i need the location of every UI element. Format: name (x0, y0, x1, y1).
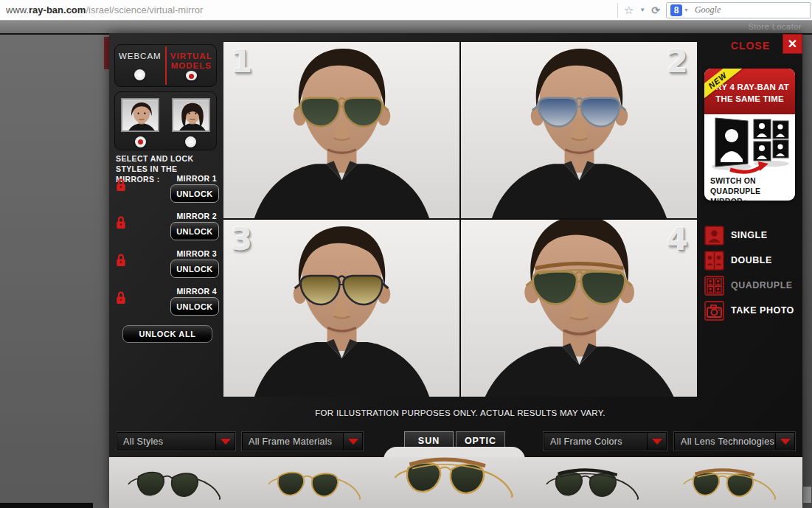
page-bottom-bar (0, 503, 93, 508)
promo-footer-text: SWITCH ON QUADRUPLE MIRROR (710, 176, 760, 201)
dimmed-page-left (0, 33, 109, 508)
disclaimer-text: FOR ILLUSTRATION PURPOSES ONLY. ACTUAL R… (223, 408, 697, 417)
carousel-item[interactable] (122, 464, 232, 503)
quadruple-promo-card[interactable]: TRY 4 RAY-BAN AT THE SAME TIME NEW (704, 69, 795, 201)
lens-technologies-dropdown-value: All Lens Technologies (675, 436, 775, 447)
frame-colors-dropdown[interactable]: All Frame Colors (544, 432, 667, 450)
url-domain: ray-ban.com (29, 4, 86, 15)
mirror-2-unlock-button[interactable]: UNLOCK (170, 222, 219, 240)
mirror-number: 4 (667, 221, 688, 257)
quadruple-view-button[interactable]: QUADRUPLE (704, 275, 793, 296)
url-prefix: www. (6, 4, 29, 15)
female-model-option[interactable] (172, 98, 210, 147)
model-selector-box (114, 91, 217, 150)
model-face-mirror-4 (461, 220, 697, 397)
promo-footer: SWITCH ON QUADRUPLE MIRROR ▸ (704, 175, 795, 201)
reload-icon[interactable]: ⟳ (651, 4, 660, 16)
mirror-3-label: MIRROR 3 (176, 249, 217, 258)
search-engine-dropdown-icon[interactable]: ▼ (684, 7, 689, 13)
source-tab-box: WEBCAM VIRTUAL MODELS (114, 44, 217, 87)
scrollbar-thumb[interactable] (803, 487, 811, 503)
single-mirror-icon (704, 226, 724, 246)
mirror-2-lock-row: MIRROR 2 UNLOCK (114, 212, 219, 247)
mirror-1-unlock-button[interactable]: UNLOCK (170, 184, 219, 203)
mirror-4-lock-row: MIRROR 4 UNLOCK (114, 287, 219, 322)
take-photo-label: TAKE PHOTO (731, 305, 794, 316)
virtual-models-tab-label: VIRTUAL MODELS (168, 52, 214, 71)
single-view-button[interactable]: SINGLE (704, 225, 768, 246)
webcam-tab-label: WEBCAM (119, 52, 162, 61)
google-icon: 8 (670, 4, 682, 16)
padlock-icon (116, 291, 126, 307)
arrow-right-icon: ▸ (745, 197, 749, 201)
dropdown-arrow-icon (775, 433, 794, 450)
frame-colors-dropdown-value: All Frame Colors (544, 436, 647, 447)
mirror-4-label: MIRROR 4 (176, 287, 217, 296)
quadruple-view-label: QUADRUPLE (731, 280, 793, 290)
model-face-mirror-3 (223, 220, 459, 397)
mirror-4-unlock-button[interactable]: UNLOCK (170, 297, 219, 316)
mirror-quadrant-2[interactable]: 2 (461, 42, 697, 218)
mirror-quadrant-4[interactable]: 4 (461, 220, 697, 397)
carousel-item[interactable] (540, 464, 650, 503)
lens-technologies-dropdown[interactable]: All Lens Technologies (674, 432, 795, 450)
quadruple-mirror-graphic (704, 114, 795, 175)
search-input[interactable] (690, 4, 806, 15)
quadruple-mirror-icon (704, 276, 724, 296)
styles-dropdown[interactable]: All Styles (117, 432, 235, 450)
carousel-item-selected[interactable] (387, 451, 527, 503)
mirror-1-lock-row: MIRROR 1 UNLOCK (114, 174, 219, 209)
male-model-radio[interactable] (135, 136, 146, 147)
mirror-3-lock-row: MIRROR 3 UNLOCK (114, 249, 219, 285)
search-box[interactable]: 8 ▼ (666, 2, 811, 18)
close-label[interactable]: CLOSE (731, 40, 770, 52)
mirror-3-unlock-button[interactable]: UNLOCK (170, 260, 219, 278)
page-red-strip (104, 37, 109, 69)
styles-dropdown-value: All Styles (117, 436, 215, 447)
mirror-number: 1 (231, 44, 252, 80)
padlock-icon (116, 178, 126, 195)
mirror-quadrant-3[interactable]: 3 (223, 220, 459, 397)
tab-virtual-models[interactable]: VIRTUAL MODELS (167, 45, 217, 86)
browser-chrome: www.ray-ban.com/israel/science/virtual-m… (0, 0, 812, 21)
model-face-mirror-2 (461, 42, 697, 218)
history-dropdown-icon[interactable]: ▼ (639, 7, 645, 13)
promo-header: TRY 4 RAY-BAN AT THE SAME TIME NEW (704, 69, 795, 114)
double-view-button[interactable]: DOUBLE (704, 250, 772, 271)
tab-webcam[interactable]: WEBCAM (115, 45, 165, 86)
bookmark-star-icon[interactable]: ☆ (624, 4, 634, 17)
double-mirror-icon (704, 251, 724, 271)
camera-icon (704, 301, 724, 321)
single-view-label: SINGLE (731, 230, 768, 240)
dropdown-arrow-icon (215, 433, 235, 450)
mirror-number: 2 (667, 44, 688, 80)
carousel-item[interactable] (262, 464, 372, 503)
padlock-icon (116, 254, 126, 270)
carousel-item[interactable] (677, 464, 788, 503)
frame-materials-dropdown[interactable]: All Frame Materials (242, 432, 363, 450)
mirror-quadrant-1[interactable]: 1 (223, 42, 459, 218)
product-carousel (109, 457, 802, 508)
take-photo-button[interactable]: TAKE PHOTO (704, 300, 794, 321)
store-locator-link[interactable]: Store Locator (748, 22, 802, 31)
close-icon[interactable]: ✕ (782, 34, 802, 54)
virtual-mirror-modal: WEBCAM VIRTUAL MODELS SELECT AND LOCK ST… (109, 33, 802, 508)
male-model-option[interactable] (121, 98, 159, 147)
dropdown-arrow-icon (647, 433, 666, 450)
site-header: Store Locator (0, 21, 812, 33)
female-model-radio[interactable] (185, 136, 196, 147)
address-bar[interactable]: www.ray-ban.com/israel/science/virtual-m… (0, 1, 617, 19)
unlock-all-button[interactable]: UNLOCK ALL (122, 325, 212, 343)
mirror-number: 3 (231, 221, 252, 257)
female-model-thumbnail[interactable] (172, 98, 210, 132)
model-face-mirror-1 (223, 42, 459, 218)
mirror-1-label: MIRROR 1 (176, 174, 217, 183)
webcam-radio[interactable] (134, 69, 145, 80)
virtual-models-radio[interactable] (186, 71, 197, 80)
mirror-grid: 1 2 (223, 42, 697, 397)
dropdown-arrow-icon (343, 433, 362, 450)
male-model-thumbnail[interactable] (121, 98, 159, 132)
dimmed-page-right (802, 33, 812, 508)
url-path: /israel/science/virtual-mirror (86, 4, 203, 15)
double-view-label: DOUBLE (731, 255, 772, 265)
